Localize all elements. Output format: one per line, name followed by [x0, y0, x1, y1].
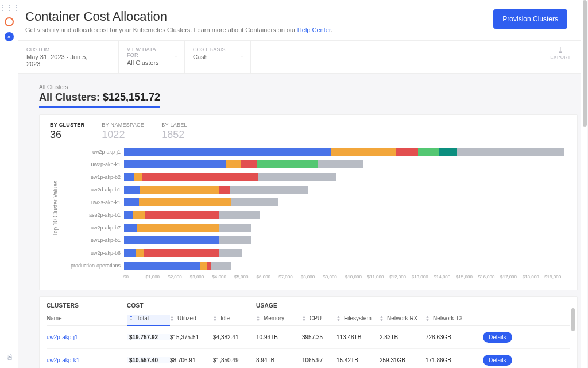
bar-row[interactable]: [124, 221, 567, 234]
bar-segment: [331, 148, 397, 156]
col-header-network-rx[interactable]: ▲▼Network RX: [380, 315, 425, 322]
row-utilized: $8,706.91: [170, 357, 213, 363]
row-cluster-name[interactable]: uw2p-akp-k1: [47, 357, 127, 363]
page-scrollbar-thumb[interactable]: [583, 0, 587, 126]
row-filesystem: 15.42TB: [336, 357, 380, 363]
sort-icon: ▲▼: [129, 315, 133, 321]
bar-segment: [124, 186, 140, 194]
table-section-headers: CLUSTERS COST USAGE: [47, 302, 570, 309]
bar-segment: [226, 160, 241, 168]
col-header-total[interactable]: ▲▼Total: [127, 315, 170, 326]
bar-segment: [219, 211, 260, 219]
bar-segment: [124, 236, 219, 244]
bar-row[interactable]: [124, 196, 567, 209]
bar-segment: [124, 224, 137, 232]
col-header-name[interactable]: Name: [47, 315, 127, 322]
expand-rail-button[interactable]: »: [5, 32, 14, 41]
section-header-clusters: CLUSTERS: [47, 302, 127, 309]
row-cluster-name[interactable]: uw2p-akp-j1: [47, 334, 127, 340]
metric-tab[interactable]: BY NAMESPACE 1022: [102, 122, 144, 141]
table-scrollbar-thumb[interactable]: [571, 308, 575, 331]
col-header-utilized[interactable]: ▲▼Utilized: [170, 315, 213, 322]
col-header-network-tx[interactable]: ▲▼Network TX: [425, 315, 483, 322]
bar-segment: [200, 262, 207, 270]
section-header-usage: USAGE: [256, 302, 570, 309]
x-axis-tick: $13,000: [412, 274, 434, 279]
bar-category-label: uw2p-akp-b6: [61, 247, 124, 259]
bar-category-label: uw2s-akp-k1: [61, 196, 124, 209]
table-column-headers: Name ▲▼Total ▲▼Utilized ▲▼Idle ▲▼Memory …: [47, 315, 570, 326]
bar-segment: [139, 198, 231, 206]
cost-basis-label: COST BASIS: [193, 47, 233, 52]
bar-category-label: production-operations: [61, 259, 124, 272]
left-nav-rail: ⋮⋮⋮ » ⎘: [0, 0, 18, 368]
cost-basis-selector[interactable]: COST BASIS Cash ⌄: [185, 41, 251, 73]
total-cost-heading: All Clusters: $125,151.72: [39, 91, 160, 108]
metric-tabs-row: BY CLUSTER 36BY NAMESPACE 1022BY LABEL 1…: [50, 122, 567, 141]
sort-icon: ▲▼: [336, 315, 341, 322]
bar-segment: [124, 211, 133, 219]
export-button[interactable]: ⤓ EXPORT: [540, 41, 581, 73]
bar-category-label: uw2p-akp-j1: [61, 145, 124, 158]
row-total: $10,557.40: [127, 357, 170, 363]
bar-segment: [207, 262, 211, 270]
col-header-details: [483, 315, 517, 322]
page-header: Container Cost Allocation Get visibility…: [18, 0, 581, 41]
cost-table-card: CLUSTERS COST USAGE Name ▲▼Total ▲▼Utili…: [39, 296, 578, 368]
col-header-memory[interactable]: ▲▼Memory: [256, 315, 302, 322]
details-button[interactable]: Details: [483, 332, 512, 343]
bar-segment: [140, 186, 219, 194]
bar-row[interactable]: [124, 234, 567, 247]
breadcrumb[interactable]: All Clusters: [39, 84, 578, 90]
subtitle-post: .: [331, 26, 332, 33]
page-title: Container Cost Allocation: [25, 9, 332, 24]
bar-row[interactable]: [124, 259, 567, 272]
x-axis-tick: $3,000: [190, 274, 212, 279]
table-row: uw2p-akp-k1$10,557.40$8,706.91$1,850.498…: [47, 349, 570, 368]
row-memory: 8.94TB: [256, 357, 302, 363]
bar-row[interactable]: [124, 171, 567, 183]
bar-segment: [457, 148, 564, 156]
bar-segment: [219, 224, 251, 232]
x-axis-tick: $12,000: [389, 274, 412, 279]
main-panel: Container Cost Allocation Get visibility…: [18, 0, 581, 368]
date-range-label: CUSTOM: [26, 47, 101, 52]
bar-category-label: uw2p-akp-b7: [61, 221, 124, 234]
apps-grid-icon[interactable]: ⋮⋮⋮: [0, 3, 20, 12]
col-header-cpu[interactable]: ▲▼CPU: [302, 315, 336, 322]
x-axis-tick: $1,000: [146, 274, 168, 279]
details-button[interactable]: Details: [483, 355, 512, 366]
cost-basis-value: Cash: [193, 53, 233, 60]
date-range-selector[interactable]: CUSTOM May 31, 2023 - Jun 5, 2023: [18, 41, 119, 73]
bar-row[interactable]: [124, 158, 567, 171]
row-utilized: $15,375.51: [170, 334, 213, 340]
bar-row[interactable]: [124, 183, 567, 196]
bar-segment: [144, 249, 219, 257]
col-header-filesystem[interactable]: ▲▼Filesystem: [336, 315, 380, 322]
row-network-rx: 259.31GB: [380, 357, 425, 363]
bar-row[interactable]: [124, 247, 567, 259]
view-data-for-selector[interactable]: VIEW DATA FOR All Clusters ⌄: [119, 41, 185, 73]
bar-row[interactable]: [124, 209, 567, 221]
row-cpu: 1065.97: [302, 357, 336, 363]
sort-icon: ▲▼: [425, 315, 430, 322]
provision-clusters-button[interactable]: Provision Clusters: [493, 9, 567, 29]
header-text-block: Container Cost Allocation Get visibility…: [25, 9, 332, 33]
bar-segment: [396, 148, 418, 156]
bar-row[interactable]: [124, 145, 567, 158]
col-header-idle[interactable]: ▲▼Idle: [213, 315, 256, 322]
date-range-value: May 31, 2023 - Jun 5, 2023: [26, 53, 101, 67]
chart-card: BY CLUSTER 36BY NAMESPACE 1022BY LABEL 1…: [39, 114, 578, 290]
metric-tab[interactable]: BY LABEL 1852: [161, 122, 187, 141]
brand-logo-icon[interactable]: [5, 17, 14, 26]
bar-category-labels: uw2p-akp-j1uw2p-akp-k1ew1p-akp-b2uw2d-ak…: [61, 145, 124, 272]
help-center-link[interactable]: Help Center: [297, 26, 331, 33]
sort-icon: ▲▼: [380, 315, 384, 322]
logout-icon[interactable]: ⎘: [7, 352, 11, 361]
row-network-rx: 2.83TB: [380, 334, 425, 340]
metric-tab[interactable]: BY CLUSTER 36: [50, 122, 84, 141]
export-icon: ⤓: [550, 45, 571, 55]
subtitle-pre: Get visibility and allocate cost for you…: [25, 26, 297, 33]
bar-segment: [257, 160, 318, 168]
bar-plot-area: [124, 145, 567, 272]
